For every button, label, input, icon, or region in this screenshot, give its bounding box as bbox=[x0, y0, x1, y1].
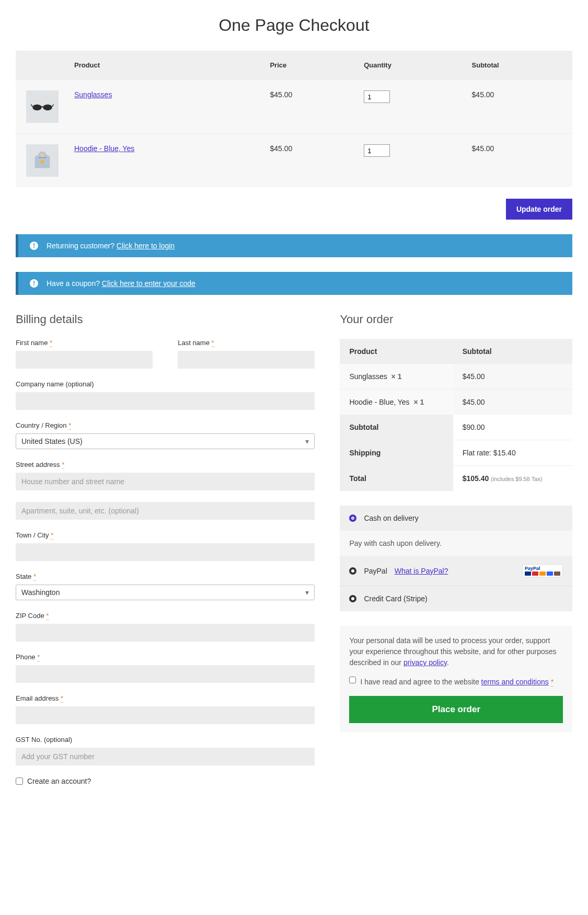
what-is-paypal-link[interactable]: What is PayPal? bbox=[395, 567, 448, 575]
town-field[interactable] bbox=[16, 543, 315, 561]
last-name-field[interactable] bbox=[178, 351, 315, 369]
company-field[interactable] bbox=[16, 392, 315, 410]
privacy-text: Your personal data will be used to proce… bbox=[349, 636, 556, 667]
order-total-value: $105.40 (includes $9.58 Tax) bbox=[453, 466, 572, 491]
info-icon: ! bbox=[30, 242, 38, 250]
gst-field[interactable] bbox=[16, 748, 315, 765]
product-thumbnail bbox=[26, 90, 59, 123]
product-thumbnail bbox=[26, 144, 59, 177]
cart-section: Product Price Quantity Subtotal bbox=[16, 51, 572, 187]
coupon-link[interactable]: Click here to enter your code bbox=[102, 279, 195, 288]
product-price: $45.00 bbox=[263, 134, 358, 188]
street-address-field[interactable] bbox=[16, 473, 315, 490]
town-label: Town / City * bbox=[16, 531, 315, 539]
email-field[interactable] bbox=[16, 706, 315, 724]
last-name-label: Last name * bbox=[178, 339, 315, 347]
payment-cod-description: Pay with cash upon delivery. bbox=[340, 531, 572, 556]
order-heading: Your order bbox=[340, 313, 572, 326]
payment-option-cod[interactable]: Cash on delivery bbox=[340, 506, 572, 531]
paypal-cards-icon: PayPal bbox=[522, 564, 563, 577]
order-summary-table: Product Subtotal Sunglasses × 1 $45.00 H… bbox=[340, 339, 572, 491]
col-thumb bbox=[16, 51, 68, 80]
hoodie-icon bbox=[30, 148, 54, 173]
col-subtotal: Subtotal bbox=[466, 51, 572, 80]
phone-field[interactable] bbox=[16, 665, 315, 683]
terms-link[interactable]: terms and conditions bbox=[481, 678, 549, 686]
order-col-subtotal: Subtotal bbox=[453, 339, 572, 364]
update-order-button[interactable]: Update order bbox=[506, 199, 572, 220]
radio-icon bbox=[349, 567, 356, 575]
order-subtotal-value: $90.00 bbox=[453, 415, 572, 440]
terms-checkbox[interactable] bbox=[349, 677, 356, 683]
quantity-input[interactable] bbox=[364, 90, 390, 103]
gst-label: GST No. (optional) bbox=[16, 736, 315, 744]
product-price: $45.00 bbox=[263, 80, 358, 134]
create-account-label: Create an account? bbox=[27, 777, 91, 785]
first-name-label: First name * bbox=[16, 339, 153, 347]
payment-option-paypal[interactable]: PayPal What is PayPal? PayPal bbox=[340, 556, 572, 586]
country-label: Country / Region * bbox=[16, 421, 315, 429]
coupon-notice: ! Have a coupon? Click here to enter you… bbox=[16, 272, 572, 295]
product-subtotal: $45.00 bbox=[466, 134, 572, 188]
country-select[interactable]: United States (US) bbox=[16, 433, 315, 449]
svg-point-3 bbox=[40, 153, 45, 158]
product-subtotal: $45.00 bbox=[466, 80, 572, 134]
login-link[interactable]: Click here to login bbox=[117, 242, 175, 250]
street-label: Street address * bbox=[16, 461, 315, 468]
product-link[interactable]: Sunglasses bbox=[74, 90, 112, 99]
product-link[interactable]: Hoodie - Blue, Yes bbox=[74, 144, 134, 153]
login-notice-text: Returning customer? bbox=[47, 242, 114, 250]
coupon-notice-text: Have a coupon? bbox=[47, 279, 100, 288]
svg-point-1 bbox=[43, 105, 52, 111]
terms-text: I have read and agree to the website bbox=[360, 678, 481, 686]
quantity-input[interactable] bbox=[364, 144, 390, 157]
zip-label: ZIP Code * bbox=[16, 612, 315, 620]
company-label: Company name (optional) bbox=[16, 380, 315, 388]
state-select[interactable]: Washington bbox=[16, 585, 315, 600]
info-icon: ! bbox=[30, 279, 38, 288]
order-shipping-label: Shipping bbox=[340, 440, 453, 466]
col-product: Product bbox=[68, 51, 263, 80]
payment-option-stripe[interactable]: Credit Card (Stripe) bbox=[340, 586, 572, 611]
phone-label: Phone * bbox=[16, 653, 315, 661]
zip-field[interactable] bbox=[16, 624, 315, 642]
svg-point-4 bbox=[40, 160, 44, 164]
create-account-checkbox[interactable] bbox=[16, 777, 23, 785]
order-subtotal-label: Subtotal bbox=[340, 415, 453, 440]
radio-icon bbox=[349, 514, 356, 522]
order-col-product: Product bbox=[340, 339, 453, 364]
sunglasses-icon bbox=[30, 95, 54, 119]
state-label: State * bbox=[16, 573, 315, 580]
order-total-label: Total bbox=[340, 466, 453, 491]
col-quantity: Quantity bbox=[358, 51, 465, 80]
col-price: Price bbox=[263, 51, 358, 80]
privacy-terms-box: Your personal data will be used to proce… bbox=[340, 626, 572, 733]
place-order-button[interactable]: Place order bbox=[349, 696, 563, 723]
email-label: Email address * bbox=[16, 694, 315, 702]
first-name-field[interactable] bbox=[16, 351, 153, 369]
svg-rect-2 bbox=[41, 106, 44, 107]
street-address-2-field[interactable] bbox=[16, 502, 315, 520]
page-title: One Page Checkout bbox=[16, 16, 572, 35]
radio-icon bbox=[349, 595, 356, 602]
cart-row: Sunglasses $45.00 $45.00 bbox=[16, 80, 572, 134]
order-line: Sunglasses × 1 $45.00 bbox=[340, 364, 572, 390]
order-line: Hoodie - Blue, Yes × 1 $45.00 bbox=[340, 390, 572, 415]
payment-methods: Cash on delivery Pay with cash upon deli… bbox=[340, 506, 572, 611]
order-shipping-value: Flat rate: $15.40 bbox=[453, 440, 572, 466]
cart-row: Hoodie - Blue, Yes $45.00 $45.00 bbox=[16, 134, 572, 188]
svg-point-0 bbox=[32, 105, 41, 111]
privacy-policy-link[interactable]: privacy policy bbox=[403, 658, 447, 667]
login-notice: ! Returning customer? Click here to logi… bbox=[16, 234, 572, 257]
billing-heading: Billing details bbox=[16, 313, 315, 326]
